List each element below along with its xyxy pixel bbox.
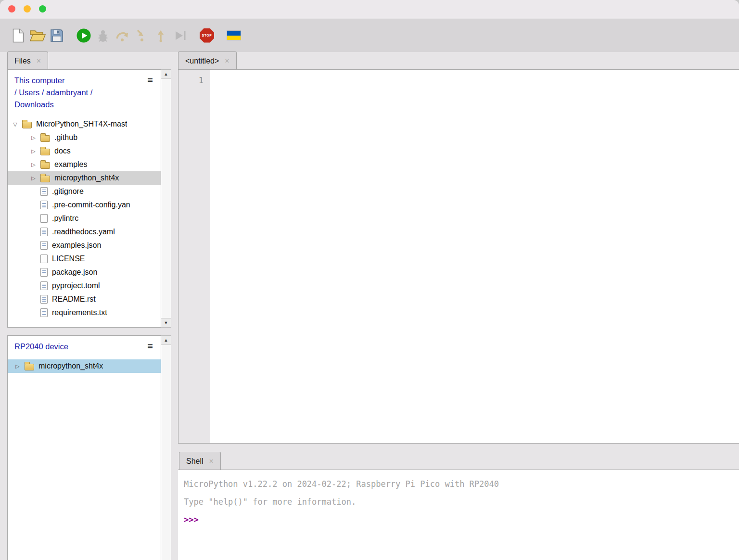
tree-item-file[interactable]: LICENSE — [8, 252, 161, 266]
path-breadcrumb-line2[interactable]: Downloads — [14, 99, 141, 111]
tree-item-file[interactable]: .pre-commit-config.yan — [8, 198, 161, 212]
resume-play-icon — [173, 29, 187, 42]
tree-item-file[interactable]: requirements.txt — [8, 306, 161, 319]
shell-panel[interactable]: MicroPython v1.22.2 on 2024-02-22; Raspb… — [178, 470, 739, 560]
chevron-collapsed-icon[interactable] — [30, 148, 37, 154]
toolbar: STOP — [0, 19, 739, 52]
device-panel: RP2040 device micropython_sht4x — [7, 335, 161, 560]
file-text-icon — [40, 201, 48, 209]
stop-sign-icon: STOP — [200, 28, 214, 43]
run-play-icon — [76, 28, 91, 43]
tree-item-folder[interactable]: examples — [8, 158, 161, 171]
tab-editor-untitled[interactable]: <untitled> — [178, 51, 237, 70]
tree-item-label: docs — [54, 147, 71, 155]
tree-item-label: .pre-commit-config.yan — [52, 201, 130, 209]
chevron-collapsed-icon[interactable] — [14, 363, 21, 369]
folder-icon — [40, 149, 50, 155]
path-breadcrumb-line1[interactable]: / Users / adambryant / — [14, 87, 141, 99]
files-panel-header: This computer / Users / adambryant / Dow… — [8, 70, 161, 111]
open-file-button[interactable] — [28, 25, 47, 47]
shell-help-line: Type "help()" for more information. — [184, 493, 739, 511]
this-computer-link[interactable]: This computer — [14, 75, 141, 87]
tab-shell[interactable]: Shell — [179, 452, 221, 470]
folder-icon — [40, 176, 50, 182]
device-header-label: RP2040 device — [14, 341, 141, 353]
file-text-icon — [40, 281, 48, 290]
chevron-expanded-icon[interactable] — [12, 121, 19, 127]
tree-item-file[interactable]: .gitignore — [8, 185, 161, 198]
tree-item-label: LICENSE — [52, 255, 85, 263]
close-icon[interactable] — [225, 57, 229, 65]
support-ukraine-button[interactable] — [224, 25, 243, 47]
tree-item-file[interactable]: pyproject.toml — [8, 279, 161, 293]
files-menu-icon[interactable] — [147, 74, 153, 86]
chevron-collapsed-icon[interactable] — [30, 135, 37, 141]
tree-item-file[interactable]: .pylintrc — [8, 212, 161, 225]
minimize-window-button[interactable] — [24, 5, 31, 13]
close-window-button[interactable] — [8, 5, 15, 13]
save-file-button[interactable] — [47, 25, 66, 47]
tree-item-folder[interactable]: MicroPython_SHT4X-mast — [8, 117, 161, 131]
tree-item-label: README.rst — [52, 295, 96, 304]
new-file-icon — [13, 28, 24, 43]
tree-item-label: pyproject.toml — [52, 281, 100, 290]
tab-shell-label: Shell — [186, 457, 204, 466]
tree-item-label: micropython_sht4x — [38, 362, 103, 370]
step-into-button[interactable] — [132, 25, 151, 47]
tree-item-label: .gitignore — [52, 187, 84, 196]
step-out-icon — [154, 29, 167, 42]
tree-item-file[interactable]: package.json — [8, 266, 161, 279]
file-text-icon — [40, 187, 48, 196]
tree-item-label: MicroPython_SHT4X-mast — [36, 120, 127, 128]
scroll-down-icon[interactable] — [161, 318, 171, 327]
run-script-button[interactable] — [74, 25, 93, 47]
tree-item-folder-selected[interactable]: micropython_sht4x — [8, 171, 161, 185]
file-text-icon — [40, 295, 48, 304]
chevron-collapsed-icon[interactable] — [30, 162, 37, 168]
scroll-up-icon[interactable] — [161, 70, 171, 79]
folder-icon — [40, 135, 50, 142]
traffic-lights — [8, 5, 46, 13]
line-number: 1 — [178, 76, 204, 85]
zoom-window-button[interactable] — [39, 5, 46, 13]
line-number-gutter: 1 — [178, 70, 210, 443]
tree-item-label: micropython_sht4x — [54, 174, 119, 182]
editor-text-area[interactable] — [211, 70, 739, 443]
device-scrollbar[interactable] — [161, 335, 171, 560]
new-file-button[interactable] — [9, 25, 28, 47]
step-into-icon — [135, 29, 148, 42]
folder-icon — [22, 122, 32, 128]
file-text-icon — [40, 268, 48, 277]
close-icon[interactable] — [37, 57, 41, 65]
file-plain-icon — [40, 214, 48, 223]
file-text-icon — [40, 308, 48, 317]
tree-item-file[interactable]: README.rst — [8, 293, 161, 306]
device-menu-icon[interactable] — [147, 340, 153, 352]
tree-item-file[interactable]: examples.json — [8, 239, 161, 252]
tree-item-folder[interactable]: .github — [8, 131, 161, 144]
shell-banner-line: MicroPython v1.22.2 on 2024-02-22; Raspb… — [184, 475, 739, 493]
thonny-window: STOP Files This computer / Users / adamb… — [0, 0, 739, 560]
tree-item-file[interactable]: .readthedocs.yaml — [8, 225, 161, 239]
step-over-icon — [115, 29, 129, 42]
tree-item-folder[interactable]: docs — [8, 144, 161, 158]
file-plain-icon — [40, 255, 48, 263]
step-out-button[interactable] — [151, 25, 170, 47]
open-folder-icon — [29, 29, 46, 42]
chevron-collapsed-icon[interactable] — [30, 175, 37, 181]
step-over-button[interactable] — [113, 25, 132, 47]
close-icon[interactable] — [209, 458, 214, 465]
scroll-up-icon[interactable] — [161, 336, 171, 345]
stop-sign-label: STOP — [202, 34, 212, 37]
resume-button[interactable] — [170, 25, 190, 47]
tree-item-folder-selected[interactable]: micropython_sht4x — [8, 359, 161, 373]
tab-files[interactable]: Files — [7, 51, 48, 70]
tab-editor-label: <untitled> — [185, 57, 219, 65]
files-scrollbar[interactable] — [161, 69, 171, 328]
tree-item-label: examples — [54, 160, 87, 169]
debug-script-button[interactable] — [93, 25, 113, 47]
debug-bug-icon — [97, 29, 109, 42]
tree-item-label: .github — [54, 133, 77, 142]
stop-restart-button[interactable]: STOP — [197, 25, 217, 47]
file-text-icon — [40, 228, 48, 236]
